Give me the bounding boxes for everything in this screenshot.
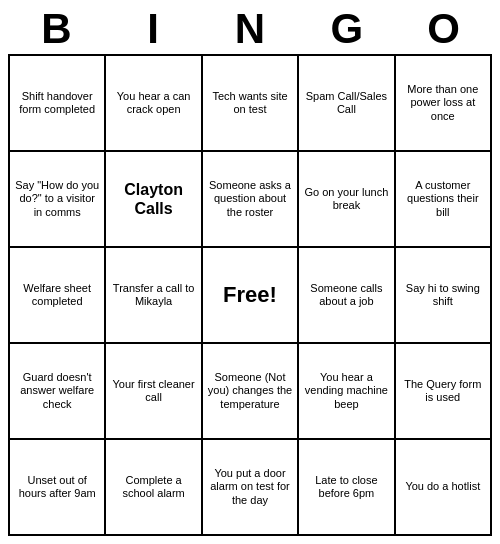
bingo-cell-r2c4[interactable]: Go on your lunch break [299,152,395,248]
bingo-cell-r1c1[interactable]: Shift handover form completed [10,56,106,152]
bingo-cell-r5c2[interactable]: Complete a school alarm [106,440,202,536]
bingo-cell-r1c3[interactable]: Tech wants site on test [203,56,299,152]
bingo-cell-r4c1[interactable]: Guard doesn't answer welfare check [10,344,106,440]
title-letter-o: O [395,8,492,50]
bingo-cell-r4c5[interactable]: The Query form is used [396,344,492,440]
bingo-cell-r4c3[interactable]: Someone (Not you) changes the temperatur… [203,344,299,440]
bingo-cell-r5c3[interactable]: You put a door alarm on test for the day [203,440,299,536]
title-letter-g: G [298,8,395,50]
bingo-cell-r1c2[interactable]: You hear a can crack open [106,56,202,152]
bingo-cell-r3c2[interactable]: Transfer a call to Mikayla [106,248,202,344]
bingo-cell-r3c3[interactable]: Free! [203,248,299,344]
bingo-cell-r5c4[interactable]: Late to close before 6pm [299,440,395,536]
bingo-cell-r3c5[interactable]: Say hi to swing shift [396,248,492,344]
title-letter-n: N [202,8,299,50]
title-letter-b: B [8,8,105,50]
title-letter-i: I [105,8,202,50]
bingo-cell-r4c4[interactable]: You hear a vending machine beep [299,344,395,440]
bingo-cell-r3c1[interactable]: Welfare sheet completed [10,248,106,344]
bingo-cell-r2c2[interactable]: Clayton Calls [106,152,202,248]
bingo-cell-r2c1[interactable]: Say "How do you do?" to a visitor in com… [10,152,106,248]
bingo-cell-r2c3[interactable]: Someone asks a question about the roster [203,152,299,248]
bingo-cell-r2c5[interactable]: A customer questions their bill [396,152,492,248]
bingo-cell-r1c4[interactable]: Spam Call/Sales Call [299,56,395,152]
bingo-title: B I N G O [8,8,492,50]
bingo-cell-r5c5[interactable]: You do a hotlist [396,440,492,536]
bingo-grid: Shift handover form completedYou hear a … [8,54,492,536]
bingo-cell-r3c4[interactable]: Someone calls about a job [299,248,395,344]
bingo-cell-r1c5[interactable]: More than one power loss at once [396,56,492,152]
bingo-cell-r4c2[interactable]: Your first cleaner call [106,344,202,440]
bingo-cell-r5c1[interactable]: Unset out of hours after 9am [10,440,106,536]
